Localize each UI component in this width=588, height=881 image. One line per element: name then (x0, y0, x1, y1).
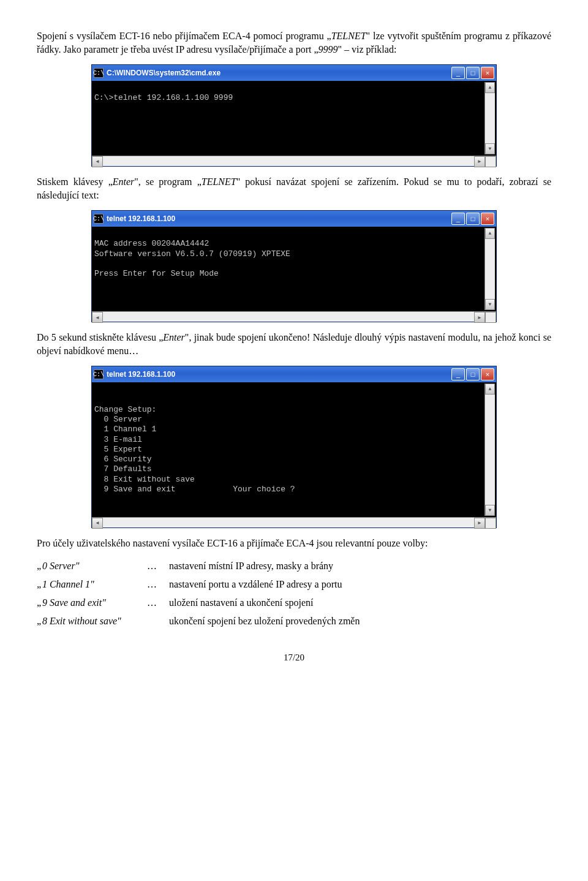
minimize-button[interactable]: _ (451, 213, 465, 225)
text-italic: Enter (163, 332, 185, 342)
scroll-right-button[interactable]: ► (474, 156, 485, 167)
scrollbar-horizontal[interactable]: ◄ ► (92, 517, 496, 527)
scroll-down-button[interactable]: ▼ (485, 143, 495, 154)
terminal-content: MAC address 00204AA14442 Software versio… (93, 228, 484, 310)
scroll-corner (485, 518, 496, 529)
text-italic: TELNET (331, 31, 366, 41)
scroll-down-button[interactable]: ▼ (485, 299, 495, 310)
cmd-window: C:\ C:\WINDOWS\system32\cmd.exe _ □ × C:… (91, 64, 497, 167)
terminal-line: C:\>telnet 192.168.1.100 9999 (94, 93, 233, 102)
maximize-button[interactable]: □ (466, 67, 480, 79)
scroll-left-button[interactable]: ◄ (92, 518, 103, 529)
cmd-icon: C:\ (94, 369, 104, 379)
scrollbar-horizontal[interactable]: ◄ ► (92, 156, 496, 166)
scroll-track[interactable] (485, 395, 495, 504)
option-key: „1 Channel 1" (37, 575, 147, 594)
option-desc: nastavení portu a vzdálené IP adresy a p… (169, 575, 360, 594)
scroll-track[interactable] (485, 239, 495, 299)
paragraph-relevant-options: Pro účely uživatelského nastavení vysíla… (37, 537, 551, 550)
maximize-button[interactable]: □ (466, 368, 480, 380)
option-key: „0 Server" (37, 557, 147, 575)
minimize-button[interactable]: _ (451, 67, 465, 79)
text: Pro účely uživatelského nastavení vysíla… (37, 538, 428, 548)
close-button[interactable]: × (481, 368, 494, 380)
terminal-line: 1 Channel 1 (94, 425, 156, 434)
option-desc: uložení nastavení a ukončení spojení (169, 594, 360, 612)
scroll-track[interactable] (485, 93, 495, 143)
text: " – viz příklad: (338, 44, 397, 55)
window-title: C:\WINDOWS\system32\cmd.exe (107, 69, 450, 77)
text: Spojení s vysílačem ECT-16 nebo přijímač… (37, 31, 331, 41)
terminal-line: Press Enter for Setup Mode (94, 269, 219, 278)
table-row: „8 Exit without save" ukončení spojení b… (37, 612, 360, 630)
scroll-down-button[interactable]: ▼ (485, 505, 495, 516)
scrollbar-vertical[interactable]: ▲ ▼ (484, 82, 495, 154)
table-row: „9 Save and exit" … uložení nastavení a … (37, 594, 360, 612)
text: ", se program „ (134, 176, 201, 187)
terminal-content: C:\>telnet 192.168.1.100 9999 (93, 82, 484, 154)
option-desc: nastavení místní IP adresy, masky a brán… (169, 557, 360, 575)
scroll-track-h[interactable] (103, 156, 474, 166)
text-italic: 9999 (318, 44, 338, 55)
terminal-line: MAC address 00204AA14442 (94, 239, 209, 248)
option-key: „8 Exit without save" (37, 612, 147, 630)
cmd-icon: C:\ (94, 214, 104, 224)
table-row: „1 Channel 1" … nastavení portu a vzdále… (37, 575, 360, 594)
terminal-line: 7 Defaults (94, 464, 152, 474)
terminal-line: Change Setup: (94, 405, 156, 414)
terminal-line: 5 Expert (94, 445, 142, 454)
maximize-button[interactable]: □ (466, 213, 480, 225)
scroll-up-button[interactable]: ▲ (485, 384, 495, 395)
window-title: telnet 192.168.1.100 (107, 214, 450, 223)
options-table: „0 Server" … nastavení místní IP adresy,… (37, 557, 360, 630)
terminal-line: 6 Security (94, 455, 152, 464)
window-title: telnet 192.168.1.100 (107, 370, 450, 379)
page-number: 17/20 (37, 652, 551, 663)
terminal-body: MAC address 00204AA14442 Software versio… (92, 227, 496, 311)
titlebar: C:\ C:\WINDOWS\system32\cmd.exe _ □ × (92, 65, 496, 81)
terminal-body: Change Setup: 0 Server 1 Channel 1 3 E-m… (92, 382, 496, 516)
scroll-corner (485, 312, 496, 323)
terminal-line: 8 Exit without save (94, 475, 195, 484)
minimize-button[interactable]: _ (451, 368, 465, 380)
option-desc: ukončení spojení bez uložení provedených… (169, 612, 360, 630)
terminal-body: C:\>telnet 192.168.1.100 9999 ▲ ▼ (92, 81, 496, 156)
scroll-right-button[interactable]: ► (474, 518, 485, 529)
option-sep: … (147, 575, 169, 594)
scroll-right-button[interactable]: ► (474, 312, 485, 323)
terminal-line: Software version V6.5.0.7 (070919) XPTEX… (94, 249, 290, 259)
titlebar: C:\ telnet 192.168.1.100 _ □ × (92, 366, 496, 382)
paragraph-after-win2: Do 5 sekund stiskněte klávesu „Enter", j… (37, 331, 551, 357)
option-sep: … (147, 557, 169, 575)
text-italic: Enter (113, 176, 135, 187)
text: Do 5 sekund stiskněte klávesu „ (37, 332, 163, 342)
terminal-line: 3 E-mail (94, 435, 142, 444)
scroll-left-button[interactable]: ◄ (92, 312, 103, 323)
scroll-track-h[interactable] (103, 518, 474, 527)
terminal-content: Change Setup: 0 Server 1 Channel 1 3 E-m… (93, 384, 484, 515)
option-sep: … (147, 594, 169, 612)
scrollbar-vertical[interactable]: ▲ ▼ (484, 384, 495, 515)
close-button[interactable]: × (481, 67, 494, 79)
terminal-line: 0 Server (94, 415, 142, 424)
terminal-line: 9 Save and exit Your choice ? (94, 485, 295, 494)
paragraph-intro: Spojení s vysílačem ECT-16 nebo přijímač… (37, 29, 551, 56)
option-sep (147, 612, 169, 630)
telnet-window-setup: C:\ telnet 192.168.1.100 _ □ × MAC addre… (91, 210, 497, 322)
text-italic: TELNET (202, 176, 236, 187)
option-key: „9 Save and exit" (37, 594, 147, 612)
table-row: „0 Server" … nastavení místní IP adresy,… (37, 557, 360, 575)
scrollbar-vertical[interactable]: ▲ ▼ (484, 228, 495, 310)
scroll-corner (485, 156, 496, 167)
scroll-left-button[interactable]: ◄ (92, 156, 103, 167)
scroll-track-h[interactable] (103, 312, 474, 322)
cmd-icon: C:\ (94, 68, 104, 78)
text: Stiskem klávesy „ (37, 176, 113, 187)
paragraph-after-win1: Stiskem klávesy „Enter", se program „TEL… (37, 175, 551, 202)
telnet-window-menu: C:\ telnet 192.168.1.100 _ □ × Change Se… (91, 366, 497, 527)
titlebar: C:\ telnet 192.168.1.100 _ □ × (92, 211, 496, 227)
scroll-up-button[interactable]: ▲ (485, 82, 495, 93)
close-button[interactable]: × (481, 213, 494, 225)
scrollbar-horizontal[interactable]: ◄ ► (92, 311, 496, 322)
scroll-up-button[interactable]: ▲ (485, 228, 495, 239)
